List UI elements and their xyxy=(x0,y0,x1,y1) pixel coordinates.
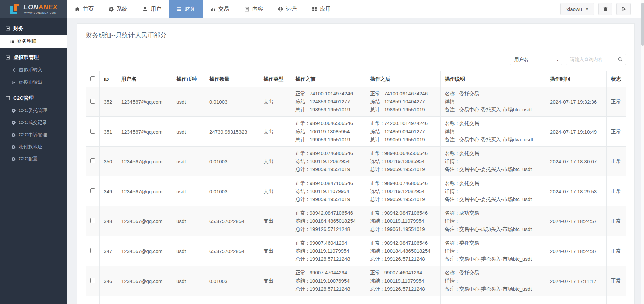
col-header-before: 操作之前 xyxy=(291,71,366,87)
cell-before: 正常 : 98940.0646506546 冻结 : 100119.130859… xyxy=(291,117,366,147)
balance-line: 冻结 : 100119.11079954 xyxy=(370,217,436,225)
sidebar-item-finance-detail[interactable]: 财务明细 xyxy=(0,35,67,48)
user-menu-button[interactable]: xiaowu ▼ xyxy=(560,3,594,15)
row-checkbox[interactable] xyxy=(90,99,95,104)
sidebar-item-c2c-appeals[interactable]: C2C申诉管理 xyxy=(0,129,67,141)
balance-line: 正常 : 98942.0847106546 xyxy=(370,209,436,217)
cell-id: 351 xyxy=(100,117,117,147)
desc-line: 备注 : 交易中心-委托买入-市场btc_usdt xyxy=(445,255,542,263)
row-checkbox[interactable] xyxy=(90,188,95,193)
desc-line: 备注 : 交易中心-委托买入-市场btc_usdt xyxy=(445,285,542,293)
cell-after: 正常 : 99007.46041294 冻结 : 100119.11079954… xyxy=(366,266,441,296)
balance-line: 总计 : 199126.57121248 xyxy=(295,255,362,263)
cell-amount: 0.01003 xyxy=(205,266,259,296)
cell-type: 支出 xyxy=(259,206,291,236)
col-header-time: 操作时间 xyxy=(546,71,607,87)
search-input[interactable] xyxy=(566,54,626,65)
nav-item-finance[interactable]: 财务 xyxy=(169,0,203,18)
nav-item-content[interactable]: 内容 xyxy=(236,0,270,18)
sidebar-section-virtual-coin[interactable]: 虚拟币管理 xyxy=(0,48,67,64)
cell-type: 支出 xyxy=(259,87,291,117)
cell-after: 正常 : 98940.0646506546 冻结 : 100119.130859… xyxy=(366,147,441,176)
cell-desc: 名称 : 委托交易 详情 : 备注 : 交易中心-委托买入-市场btc_usdt xyxy=(441,236,546,266)
sidebar-section-c2c[interactable]: C2C管理 xyxy=(0,88,67,105)
nav-item-trade[interactable]: 交易 xyxy=(203,0,236,18)
balance-line: 正常 : 98942.0847106546 xyxy=(295,209,362,217)
cell-id: 348 xyxy=(100,206,117,236)
search-icon[interactable] xyxy=(617,57,623,62)
cell-after: 正常 : 98940.0746806546 冻结 : 100119.120829… xyxy=(366,176,441,206)
cell-amount: 65.3757022854 xyxy=(205,236,259,266)
sidebar-item-label: C2C委托管理 xyxy=(19,108,47,114)
row-checkbox[interactable] xyxy=(90,278,95,283)
balance-line: 冻结 : 124859.10404277 xyxy=(370,98,436,106)
gear-icon xyxy=(11,157,16,161)
page-title: 财务明细--只统计人民币部分 xyxy=(77,24,634,47)
row-checkbox[interactable] xyxy=(90,129,95,134)
table-row: 346 1234567@qq.com usdt 0.01003 支出 正常 : … xyxy=(86,266,626,296)
sidebar-item-c2c-entrust[interactable]: C2C委托管理 xyxy=(0,105,67,117)
desc-line: 详情 : xyxy=(445,247,542,255)
balance-line: 正常 : 98940.0847106546 xyxy=(295,179,362,187)
nav-item-home[interactable]: 首页 xyxy=(67,0,101,18)
col-header-coin: 操作币种 xyxy=(172,71,205,87)
balance-line: 总计 : 199059.19551019 xyxy=(370,165,436,173)
section-label: C2C管理 xyxy=(13,95,34,101)
logout-button[interactable] xyxy=(616,3,631,15)
scrollbar-thumb[interactable] xyxy=(641,3,644,46)
cell-before: 正常 : 98940.0746806546 冻结 : 100119.120829… xyxy=(291,147,366,176)
desc-line: 备注 : 交易中心-委托买入-市场btc_usdt xyxy=(445,106,542,114)
trash-button[interactable] xyxy=(598,3,612,15)
cell-after: 正常 : 98942.0847106546 冻结 : 100119.110799… xyxy=(366,206,441,236)
desc-line: 名称 : 委托交易 xyxy=(445,119,542,128)
sign-out-icon xyxy=(621,6,627,12)
search-field-select[interactable]: 用户名 xyxy=(510,54,562,65)
row-checkbox[interactable] xyxy=(90,218,95,223)
balance-line: 冻结 : 100119.12082954 xyxy=(370,187,436,195)
cell-status: 正常 xyxy=(607,176,626,206)
balance-line: 冻结 : 100184.4865018254 xyxy=(370,247,436,255)
cell-time: 2024-07-17 18:24:37 xyxy=(546,236,607,266)
nav-item-operations[interactable]: 运营 xyxy=(270,0,304,18)
nav-item-apps[interactable]: 应用 xyxy=(304,0,338,18)
cell-time: 2024-07-17 18:30:07 xyxy=(546,147,607,176)
cell-after: 正常 : 74200.1014974246 冻结 : 124859.094012… xyxy=(366,117,441,147)
content-card: 财务明细--只统计人民币部分 用户名 ⌄ xyxy=(77,23,635,304)
cell-type: 支出 xyxy=(259,147,291,176)
minus-square-icon xyxy=(5,55,10,60)
cell-id: 352 xyxy=(100,87,117,117)
nav-item-system[interactable]: 系统 xyxy=(101,0,135,18)
cell-id: 349 xyxy=(100,176,117,206)
sidebar-item-c2c-deals[interactable]: C2C成交记录 xyxy=(0,117,67,129)
balance-line: 正常 : 74200.1014974246 xyxy=(370,119,436,128)
row-checkbox[interactable] xyxy=(90,158,95,163)
nav-item-users[interactable]: 用户 xyxy=(135,0,169,18)
cell-time: 2024-07-17 18:24:57 xyxy=(546,206,607,236)
logo[interactable]: LONANEX WWW.LONANEX.COM xyxy=(0,0,67,18)
balance-line: 总计 : 199061.19551019 xyxy=(370,225,436,233)
sidebar-item-label: C2C成交记录 xyxy=(19,120,47,126)
cell-status: 正常 xyxy=(607,87,626,117)
page-scrollbar[interactable] xyxy=(641,0,644,304)
desc-line: 备注 : 交易中心-委托买入-市场btc_usdt xyxy=(445,195,542,203)
sidebar-item-coin-out[interactable]: 虚拟币转出 xyxy=(0,76,67,88)
cell-user xyxy=(117,296,172,304)
sidebar-item-payment-address[interactable]: 收付款地址 xyxy=(0,141,67,153)
chevron-down-icon: ▼ xyxy=(585,7,589,11)
desc-line: 名称 : 委托交易 xyxy=(445,239,542,247)
cell-time: 2024-07-17 19:10:49 xyxy=(546,117,607,147)
cell-amount: 0.01003 xyxy=(205,147,259,176)
cell-user: 1234567@qq.com xyxy=(117,206,172,236)
sidebar-item-label: C2C配置 xyxy=(19,156,38,162)
sidebar-section-finance[interactable]: 财务 xyxy=(0,18,67,35)
cell-after: 正常 : 99619.47044294 xyxy=(366,296,441,304)
select-all-checkbox[interactable] xyxy=(90,76,95,81)
cell-before: 正常 : 74100.1014974246 冻结 : 124859.094012… xyxy=(291,87,366,117)
desc-line: 备注 : 交易中心-成功买入-市场btc_usdt xyxy=(445,225,542,233)
row-checkbox[interactable] xyxy=(90,248,95,253)
sidebar-item-c2c-config[interactable]: C2C配置 xyxy=(0,153,67,165)
sidebar-item-coin-in[interactable]: 虚拟币转入 xyxy=(0,64,67,76)
cell-amount: 0.01003 xyxy=(205,176,259,206)
cell-before: 正常 : 99007.47044294 冻结 : 100119.10076954… xyxy=(291,266,366,296)
cell-user: 1234567@qq.com xyxy=(117,87,172,117)
